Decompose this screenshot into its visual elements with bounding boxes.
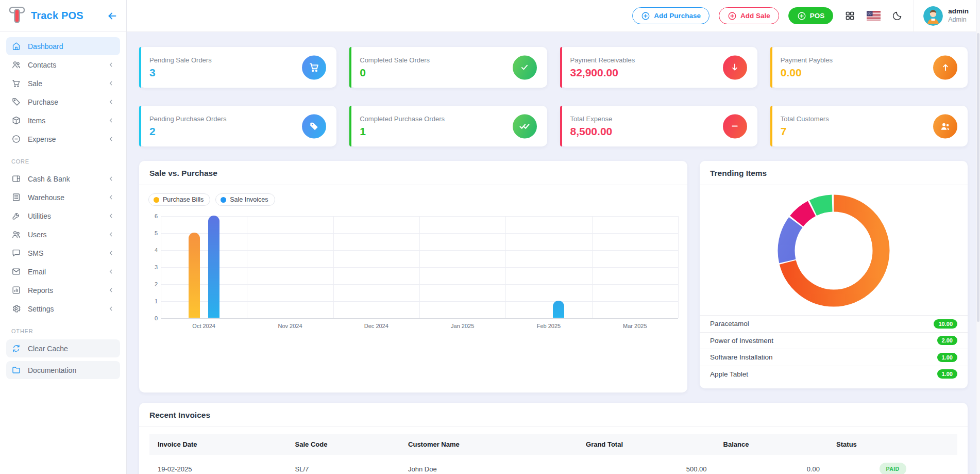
sidebar-item-dashboard[interactable]: Dashboard [6,37,120,55]
legend-sale-invoices[interactable]: Sale Invoices [215,193,275,206]
add-sale-button[interactable]: Add Sale [719,7,779,24]
stat-value: 7 [781,125,829,138]
y-axis-tick: 4 [146,247,158,253]
recent-invoices-title: Recent Invoices [139,403,968,427]
quantity-badge: 1.00 [937,353,957,362]
legend-purchase-bills[interactable]: Purchase Bills [148,193,210,206]
sidebar-item-label: Expense [28,135,100,143]
bar-sale-invoices-feb-2025 [553,301,564,318]
trending-item-power-of-investment: Power of Investment2.00 [700,332,968,349]
cell-invoice-date: 19-02-2025 [149,455,287,474]
bar-purchase-bills-oct-2024 [189,233,200,318]
mail-icon [11,267,21,276]
sidebar-item-cash-bank[interactable]: Cash & Bank [6,170,120,188]
chevron-left-icon [107,231,115,238]
bar-chart: 0123456 Oct 2024Nov 2024Dec 2024Jan 2025… [146,216,678,332]
trending-donut-chart [700,185,968,315]
sidebar-item-label: Dashboard [28,42,115,51]
chevron-left-icon [107,79,115,87]
pos-button[interactable]: POS [788,7,834,24]
stat-value: 0.00 [781,67,833,79]
plus-circle-icon [641,11,650,21]
chevron-left-icon [107,117,115,124]
chevron-left-icon [107,249,115,257]
folder-icon [11,365,21,375]
moon-dark-mode-icon[interactable] [890,9,904,23]
minus-circle-icon [11,134,21,144]
chevron-left-icon [107,193,115,201]
sidebar-item-contacts[interactable]: Contacts [6,56,120,74]
sidebar-item-warehouse[interactable]: Warehouse [6,188,120,206]
sidebar-item-expense[interactable]: Expense [6,130,120,148]
sidebar-item-email[interactable]: Email [6,263,120,281]
sync-icon [11,344,21,353]
stat-label: Completed Sale Orders [360,56,430,64]
stat-accent-bar [770,47,772,88]
sidebar-item-clear-cache[interactable]: Clear Cache [6,339,120,357]
chevron-left-icon [107,98,115,106]
cell-sale-code: SL/7 [287,455,400,474]
x-axis-label: Mar 2025 [623,323,647,329]
trending-item-name: Apple Tablet [710,370,748,378]
sidebar-item-documentation[interactable]: Documentation [6,361,120,379]
sidebar-collapse-arrow-icon[interactable] [106,9,119,23]
header-actions: Add Purchase Add Sale POS [632,0,980,32]
stat-card-payment-receivables: Payment Receivables32,900.00 [560,47,757,88]
sidebar-item-label: Warehouse [28,193,100,202]
box-icon [11,116,21,125]
stat-label: Total Customers [781,115,829,123]
sidebar-item-purchase[interactable]: Purchase [6,93,120,111]
sidebar-item-users[interactable]: Users [6,225,120,243]
column-header-balance: Balance [715,434,829,455]
sidebar-item-utilities[interactable]: Utilities [6,207,120,225]
grid-apps-icon[interactable] [842,9,857,23]
stat-value: 8,500.00 [570,125,613,138]
chevron-left-icon [107,175,115,183]
sidebar-item-label: Purchase [28,98,100,106]
sidebar-item-label: Settings [28,305,100,313]
gridline [505,216,506,318]
status-badge: PAID [880,463,906,474]
stat-label: Payment Receivables [570,56,635,64]
sidebar-item-sale[interactable]: Sale [6,74,120,92]
x-axis-label: Feb 2025 [537,323,561,329]
add-purchase-button[interactable]: Add Purchase [632,7,709,24]
stat-accent-bar [139,106,141,146]
cart-white-icon [302,55,326,79]
stat-accent-bar [560,106,562,146]
sale-vs-purchase-panel: Sale vs. Purchase Purchase BillsSale Inv… [139,161,687,393]
column-header-customer-name: Customer Name [400,434,578,455]
page-scrollbar[interactable] [976,0,980,474]
y-axis-tick: 0 [146,315,158,321]
stat-label: Pending Sale Orders [149,56,212,64]
sidebar-item-label: Cash & Bank [28,175,100,183]
sidebar-item-reports[interactable]: Reports [6,281,120,299]
sidebar-item-label: Contacts [28,61,100,69]
sidebar-item-settings[interactable]: Settings [6,300,120,318]
sidebar-item-sms[interactable]: SMS [6,244,120,262]
sidebar-item-items[interactable]: Items [6,111,120,129]
arrow-down-white-icon [723,55,747,79]
user-menu[interactable]: admin Admin [923,6,969,26]
stat-label: Completed Purchase Orders [360,115,445,123]
sidebar-section-core: CORE [11,158,115,165]
column-header-status: Status [828,434,957,455]
top-header: Add Purchase Add Sale POS [127,0,980,32]
us-flag-icon[interactable] [866,9,881,23]
sale-vs-purchase-title: Sale vs. Purchase [139,161,687,185]
sidebar-item-label: Reports [28,286,100,295]
chevron-left-icon [107,61,115,69]
check-white-icon [513,55,537,79]
trending-item-software-installation: Software Installation1.00 [700,349,968,366]
add-purchase-label: Add Purchase [654,12,701,20]
trending-items-panel: Trending Items Paracetamol10.00Power of … [700,161,968,388]
gridline [419,216,420,318]
cell-customer-name: John Doe [400,455,578,474]
cell-balance: 0.00 [715,455,829,474]
stat-card-completed-purchase-orders: Completed Purchase Orders1 [349,106,547,146]
sidebar-item-label: Items [28,117,100,125]
chevron-left-icon [107,286,115,294]
scrollbar-thumb[interactable] [977,33,979,322]
column-header-invoice-date: Invoice Date [149,434,287,455]
y-axis-tick: 5 [146,230,158,236]
